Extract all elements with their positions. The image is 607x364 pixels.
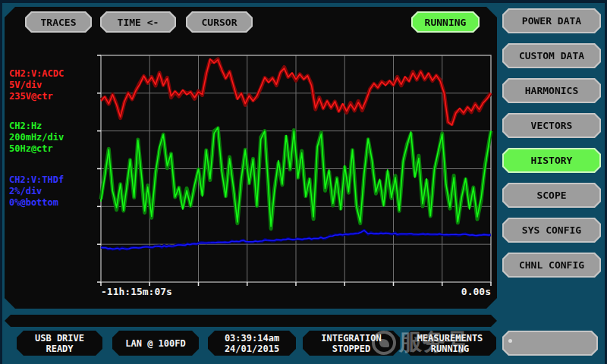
watermark-dot [508,339,512,343]
history-trend-chart [96,51,495,287]
sidebar-button-vectors[interactable]: VECTORS [502,113,601,138]
bottom-blank-softkey-face [504,332,596,354]
lan-status-box: LAN @ 100FD [112,331,199,356]
traces-button-label: TRACES [27,13,90,31]
sidebar-button-history[interactable]: HISTORY [502,148,601,173]
status-line: 24/01/2015 [225,344,279,354]
time-button-label: TIME <- [102,13,175,31]
integration-status-box: INTEGRATION STOPPED [303,331,400,356]
channel-name: CH2:V:ACDC [9,68,64,80]
bottom-blank-softkey[interactable] [502,331,598,356]
sidebar-button-label: CUSTOM DATA [504,45,599,67]
sidebar-button-label: HISTORY [504,149,599,171]
channel-name: CH2:Hz [9,121,64,132]
channel-scale: 200mHz/div [9,132,64,143]
sidebar-button-custom-data[interactable]: CUSTOM DATA [502,43,601,68]
usb-status-box: USB DRIVE READY [17,331,102,356]
channel-ref: 235V@ctr [9,91,64,102]
sidebar-button-label: SYS CONFIG [504,219,599,241]
sidebar-button-label: SCOPE [504,184,599,206]
sidebar-button-label: CHNL CONFIG [504,254,599,276]
x-axis-start-label: -11h:15m:07s [101,286,172,297]
sidebar-button-scope[interactable]: SCOPE [502,183,601,208]
status-line: STOPPED [332,344,371,354]
bezel-edge-top [0,0,607,3]
x-axis-end-label: 0.00s [410,286,491,297]
power-analyzer-screen: TRACES TIME <- CURSOR RUNNING CH2:V:ACDC… [0,0,607,364]
bezel-edge-left [0,0,2,364]
datetime-status-box: 03:39:14am 24/01/2015 [208,331,296,356]
status-line: LAN @ 100FD [125,338,185,349]
sidebar-button-label: HARMONICS [504,80,599,102]
status-line: READY [46,344,73,354]
channel-label-frequency: CH2:Hz 200mHz/div 50Hz@ctr [9,121,64,155]
channel-name: CH2:V:THDf [9,174,64,186]
cursor-button[interactable]: CURSOR [186,11,253,33]
cursor-button-label: CURSOR [187,13,251,31]
traces-button[interactable]: TRACES [25,11,92,33]
channel-label-voltage: CH2:V:ACDC 5V/div 235V@ctr [9,68,64,102]
channel-ref: 0%@bottom [9,197,64,209]
sidebar-button-sys-config[interactable]: SYS CONFIG [502,218,601,243]
sidebar-button-chnl-config[interactable]: CHNL CONFIG [502,253,601,278]
status-line: INTEGRATION [321,333,381,344]
channel-label-thd: CH2:V:THDf 2%/div 0%@bottom [9,174,64,209]
channel-ref: 50Hz@ctr [9,143,64,155]
status-line: USB DRIVE [35,333,84,344]
measurements-status-box: MEASUREMENTS RUNNING [404,331,496,356]
sidebar-button-label: POWER DATA [504,10,599,32]
running-indicator[interactable]: RUNNING [411,11,480,33]
status-line: RUNNING [431,344,470,354]
running-indicator-label: RUNNING [413,13,478,31]
channel-scale: 2%/div [9,186,64,197]
sidebar-button-label: VECTORS [504,115,599,136]
sidebar-button-power-data[interactable]: POWER DATA [502,8,601,33]
status-line: 03:39:14am [225,333,279,344]
time-button[interactable]: TIME <- [100,11,176,33]
status-line: MEASUREMENTS [417,333,483,344]
sidebar-button-harmonics[interactable]: HARMONICS [502,78,601,103]
channel-scale: 5V/div [9,80,64,91]
softkey-label-strip [5,315,497,327]
